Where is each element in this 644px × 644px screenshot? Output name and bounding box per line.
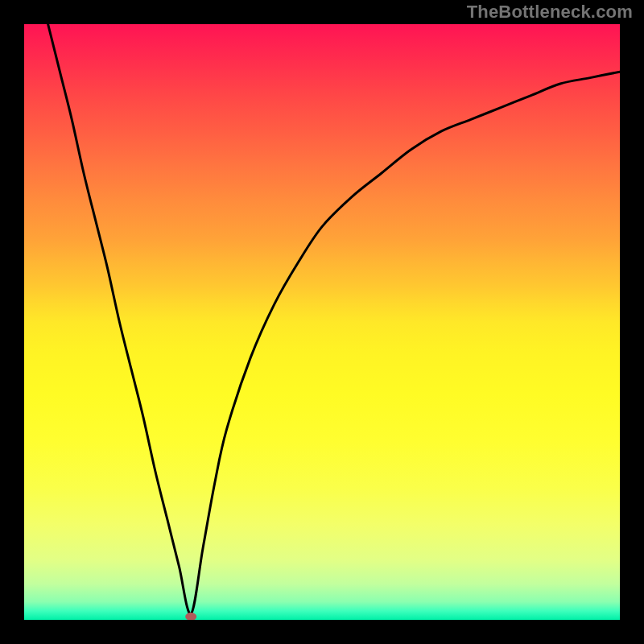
cusp-marker [185, 613, 196, 620]
watermark-text: TheBottleneck.com [467, 2, 633, 23]
curve-svg [24, 24, 620, 620]
plot-area [24, 24, 620, 620]
chart-frame: TheBottleneck.com [0, 0, 644, 644]
bottleneck-curve [48, 24, 620, 614]
